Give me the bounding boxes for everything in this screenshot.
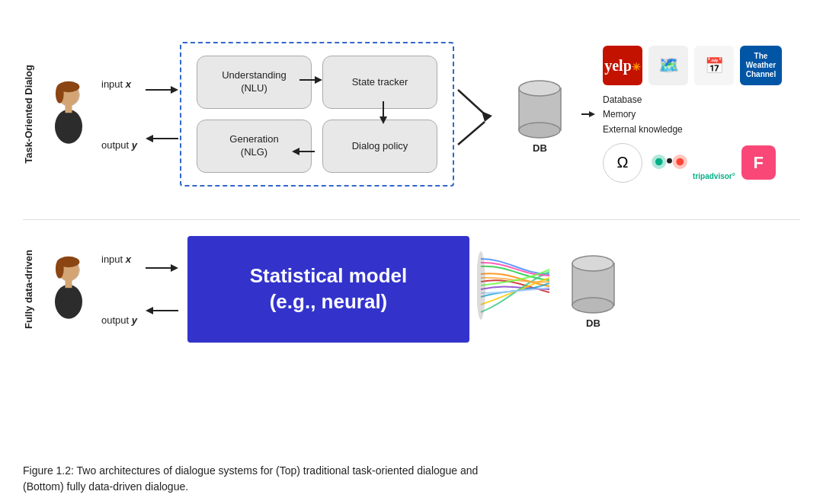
- top-section: Task-Oriented Dialog input x output y: [23, 15, 800, 220]
- foursquare-icon: F: [741, 145, 776, 180]
- avatar-bottom: [42, 255, 95, 324]
- db-container-top: DB: [515, 75, 565, 154]
- input-label-bottom: input x: [101, 254, 137, 265]
- db-text-labels: DatabaseMemoryExternal knowledge: [603, 93, 683, 137]
- top-side-label: Task-Oriented Dialog: [23, 65, 34, 164]
- bottom-side-label: Fully data-driven: [23, 250, 34, 329]
- dashed-flow-box: Understanding(NLU) State tracker Generat…: [180, 42, 454, 187]
- svg-point-26: [676, 158, 684, 166]
- svg-point-31: [55, 285, 82, 319]
- db-container-bottom: DB: [568, 250, 618, 329]
- svg-marker-8: [146, 135, 153, 142]
- yelp-icon: yelp✳: [603, 46, 642, 85]
- main-container: Task-Oriented Dialog input x output y: [0, 0, 823, 504]
- icons-row-top: yelp✳ 🗺️ 📅 TheWeatherChannel: [603, 46, 782, 85]
- mid-arrows-top: [454, 53, 500, 175]
- svg-point-39: [572, 256, 613, 271]
- left-arrows-top: [142, 53, 180, 175]
- svg-marker-17: [482, 111, 492, 122]
- svg-point-19: [519, 81, 560, 96]
- figure-caption: Figure 1.2: Two architectures of dialogu…: [23, 463, 478, 495]
- avatar-top: [42, 80, 95, 148]
- svg-marker-34: [171, 264, 178, 272]
- db-cylinder-bottom: [568, 250, 618, 314]
- svg-marker-36: [146, 307, 153, 314]
- nlg-box: Generation(NLG): [197, 120, 312, 173]
- svg-point-20: [519, 123, 560, 138]
- dialog-policy-box: Dialog policy: [322, 120, 437, 173]
- neural-wires: .wire { fill: none; stroke-width: 2; opa…: [477, 236, 553, 343]
- output-label-top: output y: [101, 139, 137, 151]
- svg-rect-32: [66, 279, 72, 288]
- svg-line-16: [458, 122, 485, 145]
- svg-line-15: [458, 90, 485, 114]
- right-icons: yelp✳ 🗺️ 📅 TheWeatherChannel DatabaseMem…: [603, 46, 800, 183]
- state-tracker-box: State tracker: [322, 56, 437, 109]
- io-labels-top: input x output y: [101, 53, 137, 175]
- left-arrows-bottom: [142, 236, 180, 343]
- svg-point-25: [655, 158, 663, 166]
- svg-point-37: [477, 251, 485, 320]
- db-cylinder-top: [515, 75, 565, 139]
- tripadvisor-icon: tripadvisor°: [648, 145, 735, 180]
- svg-rect-4: [66, 104, 72, 113]
- io-labels-bottom: input x output y: [101, 228, 137, 350]
- stat-model-box: Statistical model(e.g., neural): [187, 236, 469, 343]
- svg-point-27: [667, 158, 672, 164]
- nlu-box: Understanding(NLU): [197, 56, 312, 109]
- svg-point-2: [56, 84, 64, 103]
- svg-marker-6: [171, 86, 178, 94]
- svg-point-40: [572, 298, 613, 313]
- icons-row-bottom: Ω tripadvisor° F: [603, 143, 776, 183]
- calendar-icon: 📅: [694, 46, 734, 85]
- bottom-section: Fully data-driven input x output y Stati…: [23, 225, 800, 354]
- svg-marker-22: [589, 111, 595, 117]
- input-label-top: input x: [101, 78, 137, 90]
- db-label-top: DB: [533, 142, 547, 154]
- db-label-bottom: DB: [586, 317, 600, 329]
- map-icon: 🗺️: [648, 46, 688, 85]
- wikipedia-icon: Ω: [603, 143, 642, 183]
- db-right-arrow: [580, 107, 595, 122]
- svg-point-30: [56, 259, 64, 278]
- svg-point-3: [55, 110, 82, 144]
- output-label-bottom: output y: [101, 314, 137, 326]
- weather-channel-icon: TheWeatherChannel: [740, 46, 782, 85]
- svg-marker-10: [315, 76, 322, 84]
